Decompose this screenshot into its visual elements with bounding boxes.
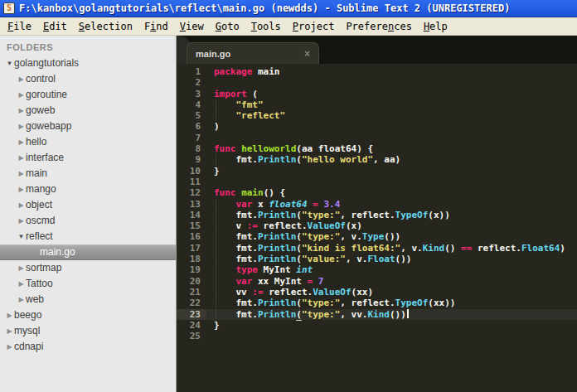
menu-find[interactable]: Find	[138, 18, 174, 35]
code-line[interactable]: 2	[177, 77, 577, 88]
indent-guide	[216, 231, 235, 242]
code-editor[interactable]: 1package main23import (4"fmt"5"reflect"6…	[177, 64, 577, 341]
sidebar-item-mango[interactable]: ▶mango	[0, 181, 176, 197]
collapsed-arrow-icon[interactable]: ▶	[5, 323, 14, 339]
close-icon[interactable]: ×	[304, 49, 310, 59]
collapsed-arrow-icon[interactable]: ▶	[17, 150, 26, 166]
code-line[interactable]: 19type MyInt int	[177, 264, 577, 275]
collapsed-arrow-icon[interactable]: ▶	[17, 213, 26, 229]
code-line[interactable]: 16fmt.Println("type:", v.Type())	[177, 231, 577, 242]
code-token: "reflect"	[235, 110, 285, 121]
code-line[interactable]: 7	[177, 133, 577, 143]
code-line[interactable]: 22fmt.Println("type:", reflect.TypeOf(xx…	[177, 298, 577, 308]
collapsed-arrow-icon[interactable]: ▶	[17, 87, 26, 103]
collapsed-arrow-icon[interactable]: ▶	[17, 197, 26, 213]
sidebar-item-main-go[interactable]: main.go	[0, 244, 176, 260]
expanded-arrow-icon[interactable]: ▼	[5, 56, 14, 71]
code-line[interactable]: 20var xx MyInt = 7	[177, 276, 577, 287]
menu-project[interactable]: Project	[287, 18, 341, 35]
indent-guide	[216, 220, 235, 231]
code-line[interactable]: 4"fmt"	[177, 99, 577, 110]
text-caret	[407, 309, 409, 318]
line-number: 2	[177, 77, 206, 88]
sidebar-folders[interactable]: FOLDERS ▼golangtutorials▶control▶gorouti…	[0, 36, 177, 392]
sidebar-item-label: oscmd	[26, 213, 55, 229]
code-line[interactable]: 14fmt.Println("type:", reflect.TypeOf(x)…	[177, 210, 577, 220]
code-token	[313, 276, 318, 287]
code-line[interactable]: 10}	[177, 166, 577, 177]
sidebar-item-label: beego	[14, 307, 41, 323]
line-number: 5	[177, 110, 206, 121]
menu-help[interactable]: Help	[418, 18, 453, 35]
line-number: 15	[177, 220, 206, 231]
sidebar-item-label: goweb	[26, 103, 55, 119]
code-line[interactable]: 9fmt.Println("hello world", aa)	[177, 154, 577, 165]
sidebar-item-hello[interactable]: ▶hello	[0, 134, 176, 150]
menu-selection[interactable]: Selection	[73, 18, 138, 35]
expanded-arrow-icon[interactable]: ▼	[17, 229, 26, 244]
sidebar-item-sortmap[interactable]: ▶sortmap	[0, 260, 176, 276]
collapsed-arrow-icon[interactable]: ▶	[17, 181, 26, 197]
sidebar-item-cdnapi[interactable]: ▶cdnapi	[0, 339, 176, 355]
menu-preferences[interactable]: Preferences	[340, 18, 418, 35]
collapsed-arrow-icon[interactable]: ▶	[17, 103, 26, 119]
sidebar-item-web[interactable]: ▶web	[0, 292, 176, 307]
sidebar-item-golangtutorials[interactable]: ▼golangtutorials	[0, 56, 176, 71]
collapsed-arrow-icon[interactable]: ▶	[5, 307, 14, 323]
menu-file[interactable]: File	[2, 18, 37, 35]
sidebar-item-oscmd[interactable]: ▶oscmd	[0, 213, 176, 229]
code-line[interactable]: 13var x float64 = 3.4	[177, 199, 577, 210]
sidebar-item-main[interactable]: ▶main	[0, 166, 176, 181]
sidebar-item-object[interactable]: ▶object	[0, 197, 176, 213]
line-number: 11	[177, 177, 206, 187]
code-token: =	[313, 199, 318, 210]
code-line[interactable]: 3import (	[177, 89, 577, 99]
code-line[interactable]: 25	[177, 331, 577, 341]
collapsed-arrow-icon[interactable]: ▶	[17, 119, 26, 134]
sidebar-item-gowebapp[interactable]: ▶gowebapp	[0, 119, 176, 134]
sidebar-item-mysql[interactable]: ▶mysql	[0, 323, 176, 339]
code-token: TypeOf	[395, 210, 429, 220]
collapsed-arrow-icon[interactable]: ▶	[17, 260, 26, 276]
code-line[interactable]: 5"reflect"	[177, 110, 577, 121]
collapsed-arrow-icon[interactable]: ▶	[17, 276, 26, 292]
sidebar-item-goweb[interactable]: ▶goweb	[0, 103, 176, 119]
menu-view[interactable]: View	[174, 18, 210, 35]
code-line[interactable]: 6)	[177, 121, 577, 132]
code-token: type	[235, 264, 258, 275]
code-line[interactable]: 18fmt.Println("value:", v.Float())	[177, 254, 577, 264]
title-bar: S F:\kanbox\golangtutorials\reflect\main…	[0, 0, 577, 17]
sidebar-item-label: goroutine	[26, 87, 67, 103]
menu-goto[interactable]: Goto	[210, 18, 245, 35]
menu-edit[interactable]: Edit	[37, 18, 73, 35]
code-token: (aa float64) {	[296, 143, 373, 154]
sidebar-item-interface[interactable]: ▶interface	[0, 150, 176, 166]
code-line[interactable]: 1package main	[177, 66, 577, 77]
collapsed-arrow-icon[interactable]: ▶	[17, 166, 26, 181]
collapsed-arrow-icon[interactable]: ▶	[17, 292, 26, 307]
tab-main-go[interactable]: main.go ×	[187, 42, 319, 64]
code-line[interactable]: 15v := reflect.ValueOf(x)	[177, 220, 577, 231]
menu-tools[interactable]: Tools	[245, 18, 287, 35]
code-line[interactable]: 8func helloworld(aa float64) {	[177, 143, 577, 154]
code-token: "type:"	[302, 309, 340, 320]
code-line[interactable]: 21vv := reflect.ValueOf(xx)	[177, 287, 577, 298]
code-line[interactable]: 17fmt.Println("kind is float64:", v.Kind…	[177, 243, 577, 254]
line-number: 14	[177, 210, 206, 220]
code-line[interactable]: 24}	[177, 320, 577, 331]
sidebar-item-beego[interactable]: ▶beego	[0, 307, 176, 323]
collapsed-arrow-icon[interactable]: ▶	[5, 339, 14, 355]
code-line[interactable]: 12func main() {	[177, 187, 577, 198]
collapsed-arrow-icon[interactable]: ▶	[17, 134, 26, 150]
code-token: Println	[258, 243, 296, 254]
collapsed-arrow-icon[interactable]: ▶	[17, 71, 26, 87]
sidebar-item-tattoo[interactable]: ▶Tattoo	[0, 276, 176, 292]
sidebar-item-reflect[interactable]: ▼reflect	[0, 229, 176, 244]
sidebar-item-label: main.go	[40, 244, 75, 260]
code-token: fmt.	[235, 154, 258, 165]
code-token: )	[214, 121, 220, 132]
sidebar-item-goroutine[interactable]: ▶goroutine	[0, 87, 176, 103]
sidebar-item-control[interactable]: ▶control	[0, 71, 176, 87]
code-line[interactable]: 11	[177, 177, 577, 187]
code-line[interactable]: 23fmt.Println("type:", vv.Kind())	[177, 309, 577, 320]
